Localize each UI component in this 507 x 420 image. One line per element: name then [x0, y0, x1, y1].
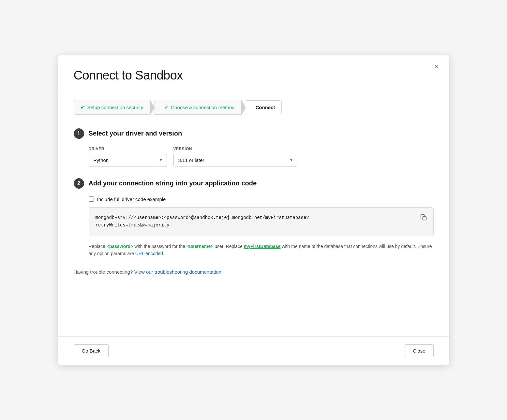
section1-number: 1 — [74, 128, 84, 139]
driver-select[interactable]: Python Node.js Java C# Go Ruby PHP Rust — [89, 154, 167, 167]
checkbox-row: Include full driver code example — [89, 196, 434, 202]
description-middle: with the password for the — [133, 244, 186, 249]
step-choose-connection-method[interactable]: ✔ Choose a connection method — [155, 100, 241, 115]
go-back-button[interactable]: Go Back — [74, 344, 109, 357]
step-label-connect: Connect — [255, 105, 275, 110]
modal-body: ✔ Setup connection security ✔ Choose a c… — [58, 89, 449, 336]
svg-rect-0 — [423, 216, 426, 220]
step-setup-connection-security[interactable]: ✔ Setup connection security — [74, 100, 150, 115]
section-select-driver: 1 Select your driver and version DRIVER … — [74, 128, 434, 167]
trouble-connecting-section: Having trouble connecting? View our trou… — [74, 269, 434, 275]
close-icon-button[interactable]: × — [432, 62, 441, 72]
version-label: VERSION — [173, 147, 297, 151]
description-text: Replace <password> with the password for… — [89, 243, 434, 257]
section2-header: 2 Add your connection string into your a… — [74, 178, 434, 189]
description-database-link[interactable]: myFirstDatabase — [244, 244, 281, 249]
troubleshooting-link[interactable]: View our troubleshooting documentation — [134, 269, 221, 275]
checkbox-label[interactable]: Include full driver code example — [97, 196, 166, 202]
modal-container: × Connect to Sandbox ✔ Setup connection … — [58, 55, 449, 365]
section2-number: 2 — [74, 178, 84, 189]
description-middle2: user. Replace — [213, 244, 244, 249]
version-select-wrapper: 3.11 or later 3.6 or later 3.4 or later … — [173, 154, 297, 167]
step-check-icon-2: ✔ — [164, 104, 168, 110]
step-connect[interactable]: Connect — [246, 100, 282, 114]
step-divider-2 — [241, 100, 246, 115]
driver-field-group: DRIVER Python Node.js Java C# Go Ruby PH… — [89, 147, 167, 167]
copy-button[interactable] — [419, 213, 428, 224]
modal-header: Connect to Sandbox — [58, 55, 449, 89]
step-label-choose: Choose a connection method — [171, 105, 234, 110]
description-password: <password> — [107, 244, 133, 249]
description-prefix: Replace — [89, 244, 107, 249]
section-connection-string: 2 Add your connection string into your a… — [74, 178, 434, 257]
step-check-icon: ✔ — [81, 104, 85, 110]
url-encoded-link[interactable]: URL encoded — [135, 251, 163, 256]
step-label-setup: Setup connection security — [87, 105, 143, 110]
section1-header: 1 Select your driver and version — [74, 128, 434, 139]
section2-content: Include full driver code example mongodb… — [89, 196, 434, 257]
copy-icon — [420, 214, 427, 221]
connection-string-line2: retryWrites=true&w=majority — [96, 223, 170, 228]
section2-title: Add your connection string into your app… — [89, 180, 257, 187]
modal-title: Connect to Sandbox — [74, 68, 434, 82]
connection-string-box: mongodb+srv://<username>:<password>@sand… — [89, 207, 434, 237]
steps-breadcrumb: ✔ Setup connection security ✔ Choose a c… — [74, 100, 434, 115]
include-driver-checkbox[interactable] — [89, 196, 94, 202]
driver-label: DRIVER — [89, 147, 167, 151]
step-divider-1 — [150, 100, 155, 115]
driver-select-wrapper: Python Node.js Java C# Go Ruby PHP Rust … — [89, 154, 167, 167]
connection-string-line1: mongodb+srv://<username>:<password>@sand… — [96, 215, 309, 220]
close-button[interactable]: Close — [405, 344, 433, 357]
version-field-group: VERSION 3.11 or later 3.6 or later 3.4 o… — [173, 147, 297, 167]
section1-title: Select your driver and version — [89, 130, 182, 137]
modal-footer: Go Back Close — [58, 336, 449, 365]
description-end: . — [163, 251, 164, 256]
driver-version-row: DRIVER Python Node.js Java C# Go Ruby PH… — [89, 147, 434, 167]
connection-string-text: mongodb+srv://<username>:<password>@sand… — [96, 214, 415, 230]
trouble-text: Having trouble connecting? — [74, 269, 133, 275]
description-username: <username> — [186, 244, 214, 249]
version-select[interactable]: 3.11 or later 3.6 or later 3.4 or later … — [173, 154, 297, 167]
